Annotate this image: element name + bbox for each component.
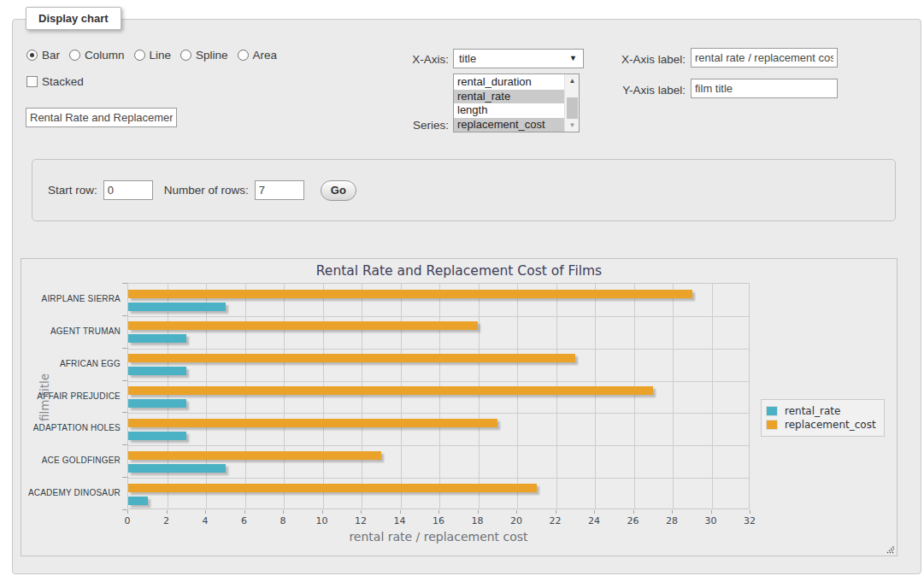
plot-area	[127, 283, 750, 509]
gridline	[128, 349, 749, 350]
chart-title: Rental Rate and Replacement Cost of Film…	[21, 263, 897, 279]
series-multiselect[interactable]: rental_durationrental_ratelengthreplacem…	[453, 73, 580, 132]
series-option-replacement_cost[interactable]: replacement_cost	[454, 118, 564, 132]
rows-panel: Start row: Number of rows: Go	[32, 159, 896, 221]
bar-replacement_cost	[128, 484, 537, 492]
radio-line[interactable]	[134, 50, 145, 61]
chart-type-option: Line	[134, 49, 172, 62]
x-axis-tick	[322, 510, 323, 514]
x-axis-selected-value: title	[459, 52, 476, 65]
x-axis-tick	[594, 510, 595, 514]
x-tick-label: 20	[503, 515, 529, 526]
x-axis-tick	[244, 510, 245, 514]
dropdown-arrow-icon: ▼	[569, 54, 577, 62]
chart-title-input[interactable]	[26, 108, 177, 127]
stacked-label: Stacked	[42, 75, 84, 88]
x-axis-tick	[478, 510, 479, 514]
gridline	[517, 284, 518, 509]
x-axis-tick	[127, 510, 128, 514]
bar-rental_rate	[128, 303, 226, 311]
resize-grip-icon[interactable]	[885, 544, 895, 554]
bar-rental_rate	[128, 432, 186, 440]
chart-type-option: Area	[238, 49, 278, 62]
radio-spline[interactable]	[180, 50, 191, 61]
series-option-rental_duration[interactable]: rental_duration	[454, 75, 564, 90]
x-tick-label: 12	[348, 515, 374, 526]
series-options: rental_durationrental_ratelengthreplacem…	[454, 75, 564, 132]
x-axis-tick	[167, 510, 168, 514]
x-axis-title: rental rate / replacement cost	[127, 530, 750, 544]
x-axis-tick	[361, 510, 362, 514]
gridline	[128, 445, 749, 446]
radio-area[interactable]	[238, 50, 249, 61]
gridline	[128, 316, 749, 317]
radio-label: Line	[150, 49, 172, 62]
bar-rental_rate	[128, 334, 186, 343]
y-axis-label-input[interactable]	[691, 79, 838, 98]
legend-label: rental_rate	[785, 405, 840, 417]
y-axis-tick	[122, 477, 127, 478]
chart-type-radios: BarColumnLineSplineArea	[26, 49, 286, 62]
radio-label: Area	[253, 49, 278, 62]
x-tick-label: 6	[232, 515, 257, 526]
radio-column[interactable]	[69, 50, 80, 61]
y-axis-tick	[122, 380, 127, 381]
series-scrollbar[interactable]: ▲ ▼	[564, 74, 579, 132]
series-option-rental_rate[interactable]: rental_rate	[454, 90, 564, 104]
x-tick-label: 2	[154, 515, 180, 526]
num-rows-input[interactable]	[255, 180, 304, 200]
bar-replacement_cost	[128, 321, 478, 330]
gridline	[401, 284, 402, 509]
legend-swatch-replacement_cost	[766, 420, 778, 430]
category-label: AGENT TRUMAN	[21, 326, 121, 336]
gridline	[245, 284, 246, 509]
legend-item: replacement_cost	[766, 419, 876, 431]
x-tick-label: 16	[426, 515, 451, 526]
x-axis-tick	[516, 510, 517, 514]
gridline	[168, 284, 168, 509]
start-row-input[interactable]	[103, 180, 153, 200]
scrollbar-thumb[interactable]	[567, 97, 578, 119]
gridline	[439, 284, 440, 509]
gridline	[362, 284, 362, 509]
series-select-label: Series:	[363, 119, 449, 132]
num-rows-label: Number of rows:	[164, 184, 249, 197]
radio-label: Bar	[42, 49, 60, 62]
gridline	[128, 413, 749, 414]
chart-panel: Rental Rate and Replacement Cost of Film…	[21, 258, 898, 556]
scroll-up-icon[interactable]: ▲	[565, 74, 580, 87]
y-axis-label-label: Y-Axis label:	[590, 84, 686, 97]
bar-rental_rate	[128, 367, 186, 375]
x-tick-label: 10	[309, 515, 335, 526]
x-tick-label: 4	[192, 515, 218, 526]
gridline	[673, 284, 674, 509]
category-label: ACE GOLDFINGER	[21, 456, 121, 465]
x-axis-select[interactable]: title ▼	[453, 49, 584, 68]
radio-bar[interactable]	[26, 50, 38, 61]
gridline	[479, 284, 480, 509]
scroll-down-icon[interactable]: ▼	[565, 119, 580, 132]
bar-rental_rate	[128, 497, 148, 505]
stacked-checkbox[interactable]	[26, 76, 38, 87]
bar-rental_rate	[128, 399, 186, 408]
radio-label: Spline	[196, 49, 228, 62]
legend-label: replacement_cost	[785, 419, 876, 431]
y-axis-tick	[122, 348, 127, 349]
go-button[interactable]: Go	[321, 180, 356, 201]
chart-type-option: Spline	[180, 49, 228, 62]
bar-replacement_cost	[128, 419, 497, 427]
gridline	[128, 478, 749, 479]
series-option-length[interactable]: length	[454, 103, 564, 118]
x-tick-label: 22	[543, 515, 568, 526]
y-axis-tick	[122, 283, 127, 284]
rows-inner: Start row: Number of rows: Go	[48, 160, 356, 220]
gridline	[284, 284, 285, 509]
x-tick-label: 26	[621, 515, 646, 526]
gridline	[712, 284, 713, 509]
y-axis-tick	[122, 444, 127, 445]
start-row-label: Start row:	[48, 184, 97, 197]
x-axis-label-input[interactable]	[691, 48, 838, 68]
stacked-row: Stacked	[26, 75, 84, 88]
x-axis-tick	[556, 510, 556, 514]
gridline	[634, 284, 635, 509]
